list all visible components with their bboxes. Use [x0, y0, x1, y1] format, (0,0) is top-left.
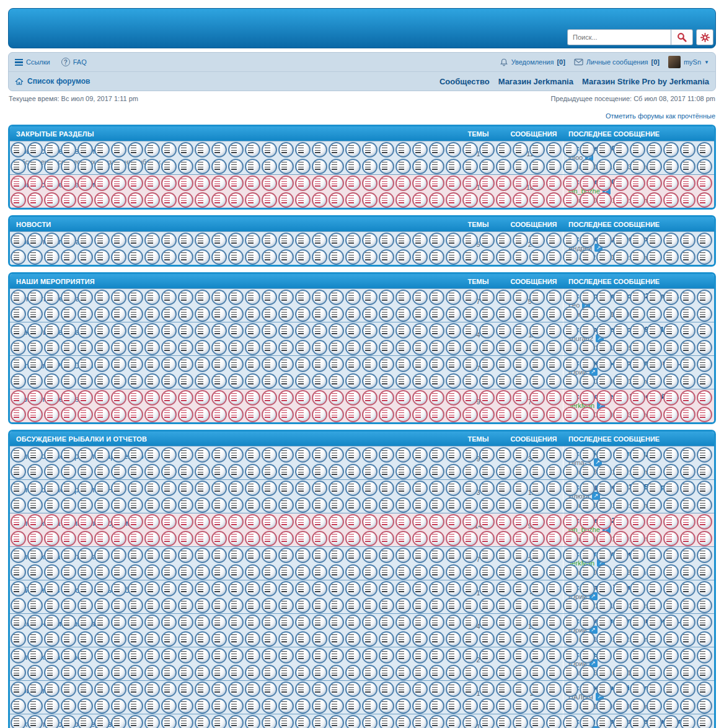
- jump-to-post-icon[interactable]: ↗: [596, 693, 604, 701]
- jump-to-post-icon[interactable]: ↗: [589, 592, 598, 600]
- links-menu[interactable]: Ссылки: [15, 58, 50, 66]
- last-post-author[interactable]: JerkMan: [568, 559, 594, 567]
- last-post-link[interactable]: Re: Ловля змееголова в Примор…: [568, 617, 709, 624]
- last-post-date: Вс июл 09, 2017 11:08 am: [568, 197, 709, 204]
- last-post-link[interactable]: Re: Охота на Тайменя: [568, 584, 709, 591]
- last-post-link[interactable]: Re: Неожиданный прилов: [568, 684, 709, 691]
- forum-name-cell: Таймень - в поисках царь-рыбы: [10, 580, 452, 613]
- last-post-author-row: igloo↗: [568, 153, 709, 161]
- topics-cell: 1: [452, 681, 504, 714]
- topics-cell: 7: [452, 289, 504, 322]
- jump-to-post-icon[interactable]: ↗: [597, 559, 605, 567]
- search-settings-button[interactable]: [696, 29, 713, 45]
- forum-link[interactable]: Рыболовные турне по СНГ: [16, 485, 117, 494]
- last-post-link[interactable]: Re: Рыбалка в Финляндии: [568, 450, 709, 457]
- last-post-author[interactable]: JerkMan: [568, 402, 594, 409]
- last-post-link[interactable]: Re: Фотогалерея: 1-я российск…: [568, 393, 709, 400]
- last-post-author-row: Андрей↗: [568, 244, 709, 252]
- last-post-date: Чт май 11, 2017 6:07 pm: [568, 311, 709, 318]
- forum-link[interactable]: Рыбалка на платниках: [16, 552, 100, 561]
- last-post-author[interactable]: Андрей: [568, 244, 592, 252]
- jump-to-post-icon[interactable]: ↗: [603, 187, 611, 195]
- jump-to-post-icon[interactable]: ↗: [582, 301, 590, 309]
- last-post-link[interactable]: Re: Севера 2017: [568, 178, 709, 185]
- last-post-author[interactable]: igloo: [568, 154, 583, 161]
- forum-link[interactable]: Закрытие сезона: [16, 327, 79, 337]
- private-messages-link[interactable]: Личные сообщения [0]: [574, 58, 660, 66]
- last-post-cell: Re: Фотогалерея: 1-я российск…JerkMan↗Сб…: [563, 389, 714, 422]
- forum-link[interactable]: Рыбалка на море: [16, 652, 81, 662]
- forum-link[interactable]: Новостная лента: [16, 237, 80, 246]
- forum-link[interactable]: Охота на змееголова: [16, 619, 95, 628]
- nav-link-shop-strikepro[interactable]: Магазин Strike Pro by Jerkmania: [582, 77, 709, 86]
- breadcrumb[interactable]: Список форумов: [15, 77, 90, 86]
- last-post-link[interactable]: Re: Другие платники: [568, 550, 709, 557]
- last-post-link[interactable]: Re: Мои первые шаги в спиннинг: [568, 717, 709, 725]
- last-post-author[interactable]: ПАЛЫЧ: [568, 693, 593, 701]
- last-post-link[interactable]: Re: Конкурсы и номинации на J…: [568, 359, 709, 366]
- mark-forums-read-link[interactable]: Отметить форумы как прочтённые: [606, 112, 715, 120]
- notifications-link[interactable]: Уведомления [0]: [500, 58, 565, 67]
- column-header-topics: ТЕМЫ: [452, 435, 504, 443]
- forum-link[interactable]: Совместные поездки: [16, 146, 95, 156]
- nav-link-community[interactable]: Сообщество: [439, 77, 490, 86]
- forum-link[interactable]: Рыбалка на домашних водоемах: [16, 518, 139, 528]
- forum-row: Рыбалка на домашних водоемах14929Re: Сев…: [10, 513, 714, 546]
- mark-read-row: Отметить форумы как прочтённые: [9, 110, 715, 121]
- last-post-author[interactable]: Leo: [568, 301, 580, 309]
- last-post-author[interactable]: Юрий: [568, 368, 587, 376]
- user-menu[interactable]: mySn ▼: [668, 56, 709, 68]
- last-post-author[interactable]: ian_bozhe: [568, 526, 600, 533]
- forum-link[interactable]: Открытие сезона: [16, 294, 80, 303]
- time-bar: Текущее время: Вс июл 09, 2017 1:11 pm П…: [9, 95, 715, 102]
- last-post-author[interactable]: ian_bozhe: [568, 187, 600, 195]
- last-post-link[interactable]: Re: Севера 2016: [568, 144, 709, 152]
- jump-to-post-icon[interactable]: ↗: [603, 525, 611, 533]
- last-post-link[interactable]: Re: Открытие сезона 22-23 апр…: [568, 292, 709, 300]
- search-input[interactable]: [567, 29, 671, 45]
- jump-to-post-icon[interactable]: ↗: [597, 401, 605, 409]
- jump-to-post-icon[interactable]: ↗: [585, 153, 593, 161]
- faq-link[interactable]: ? FAQ: [61, 58, 87, 66]
- jump-to-post-icon[interactable]: ↗: [596, 334, 604, 342]
- jump-to-post-icon[interactable]: ↗: [589, 368, 598, 376]
- last-post-link[interactable]: Re: Севера...2017: [568, 517, 709, 524]
- forum-link[interactable]: Совместные поездки 2: [16, 180, 102, 189]
- nav-link-shop-jerkmania[interactable]: Магазин Jerkmania: [498, 77, 573, 86]
- last-post-link[interactable]: Re: Закрытие сезона 29-30.10…: [568, 326, 709, 333]
- last-visit: Предыдущее посещение: Сб июл 08, 2017 11…: [551, 95, 715, 102]
- forum-row: Рыбалка на море214Re: КальмарЮрий↗Вт авг…: [10, 647, 714, 680]
- topics-count: 9: [476, 455, 480, 463]
- jump-to-post-icon[interactable]: ↗: [589, 626, 598, 634]
- forum-link[interactable]: Таймень - в поисках царь-рыбы: [16, 585, 135, 595]
- forum-link[interactable]: Школа молодого джерковика: [16, 719, 125, 728]
- jump-to-post-icon[interactable]: ↗: [594, 458, 602, 466]
- search-button[interactable]: [671, 29, 693, 45]
- forum-link[interactable]: Jerkmania Pike Open: [16, 361, 93, 370]
- last-post-author[interactable]: shura62: [568, 335, 593, 342]
- forum-name-cell: Рыбалка на море: [10, 647, 452, 680]
- jump-to-post-icon[interactable]: ↗: [592, 492, 600, 500]
- posts-cell: 929: [504, 513, 563, 546]
- last-post-author[interactable]: Юрий: [568, 626, 587, 634]
- forum-row: Открытие сезона7587Re: Открытие сезона 2…: [10, 288, 714, 322]
- forum-name-cell: Закрытие сезона: [10, 322, 452, 355]
- last-post-link[interactable]: Re: Кальмар: [568, 650, 709, 658]
- jump-to-post-icon[interactable]: ↗: [589, 659, 598, 667]
- topics-cell: 14: [452, 513, 504, 546]
- forum-name-cell: Школа молодого джерковика: [10, 714, 452, 728]
- last-post-link[interactable]: Re: Новости джеркостроя…: [568, 235, 709, 242]
- posts-count: 117: [528, 331, 539, 339]
- last-post-author[interactable]: Илюха: [568, 492, 589, 500]
- topics-count: 1: [476, 150, 480, 158]
- last-post-author[interactable]: Юрий: [568, 593, 587, 600]
- last-post-link[interactable]: Re: Джеркфест 2016 в Беларуси.: [568, 483, 709, 491]
- forum-link[interactable]: Прилов: [16, 686, 45, 695]
- forum-link[interactable]: Рыболовные турне по Зарубежью: [16, 451, 144, 461]
- posts-count: 929: [528, 522, 539, 530]
- last-post-author[interactable]: Юрий: [568, 660, 587, 667]
- jump-to-post-icon[interactable]: ↗: [594, 244, 603, 252]
- forum-link[interactable]: Monster Pike Fest: [16, 394, 81, 404]
- last-post-author[interactable]: Dima-S: [568, 459, 591, 466]
- forum-row: Таймень - в поисках царь-рыбы142Re: Охот…: [10, 580, 714, 613]
